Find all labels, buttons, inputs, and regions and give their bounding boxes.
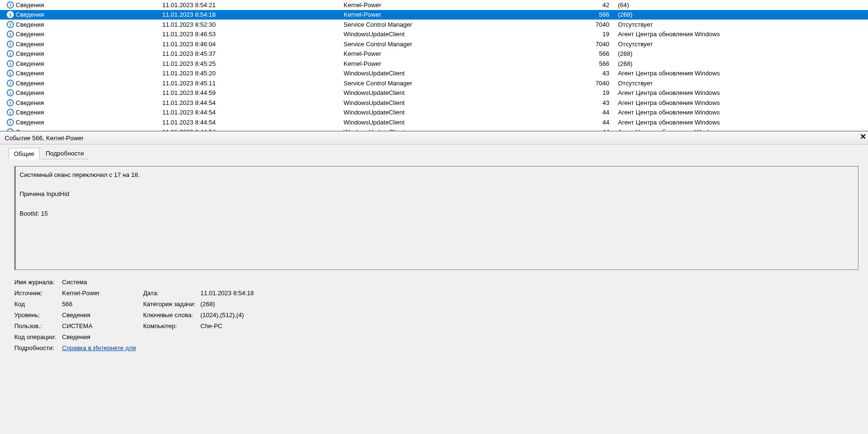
cell-eventid: 566 [585, 50, 613, 57]
cell-level: Сведения [16, 70, 44, 77]
table-row[interactable]: iСведения11.01.2023 8:44:54WindowsUpdate… [0, 127, 868, 132]
info-icon: i [7, 50, 14, 57]
value-moreinfo: Справка в Интернете для [62, 344, 320, 351]
label-computer: Компьютер: [143, 322, 200, 330]
cell-eventid: 566 [585, 60, 613, 67]
table-row[interactable]: iСведения11.01.2023 8:54:18Kernel-Power5… [0, 10, 868, 20]
label-level: Уровень: [14, 311, 62, 319]
tab-general[interactable]: Общие [9, 148, 40, 160]
cell-date: 11.01.2023 8:45:37 [162, 50, 344, 57]
cell-level: Сведения [16, 1, 44, 9]
cell-category: Отсутствует [613, 80, 868, 87]
cell-category: (268) [613, 11, 868, 18]
table-row[interactable]: iСведения11.01.2023 8:45:20WindowsUpdate… [0, 69, 868, 79]
label-log: Имя журнала: [14, 279, 62, 286]
info-icon: i [7, 21, 14, 28]
cell-date: 11.01.2023 8:46:04 [162, 41, 344, 48]
table-row[interactable]: iСведения11.01.2023 8:45:25Kernel-Power5… [0, 59, 868, 69]
table-row[interactable]: iСведения11.01.2023 8:52:30Service Contr… [0, 20, 868, 30]
cell-date: 11.01.2023 8:45:25 [162, 60, 344, 67]
cell-source: WindowsUpdateClient [344, 70, 585, 77]
value-keywords: (1024),(512),(4) [200, 311, 320, 319]
cell-level: Сведения [16, 31, 44, 38]
cell-level: Сведения [16, 11, 44, 18]
cell-category: Агент Центра обновления Windows [613, 31, 868, 38]
cell-date: 11.01.2023 8:45:11 [162, 80, 344, 87]
cell-source: WindowsUpdateClient [344, 31, 585, 38]
details-pane: Событие 566, Kernel-Power ✕ Общие Подроб… [0, 132, 868, 434]
tab-details[interactable]: Подробности [41, 147, 89, 159]
table-row[interactable]: iСведения11.01.2023 8:54:21Kernel-Power4… [0, 0, 868, 10]
value-log: Система [62, 279, 320, 286]
cell-source: WindowsUpdateClient [344, 119, 585, 126]
cell-level: Сведения [16, 128, 44, 132]
help-link[interactable]: Справка в Интернете для [62, 344, 136, 351]
table-row[interactable]: iСведения11.01.2023 8:45:11Service Contr… [0, 78, 868, 88]
cell-category: (64) [613, 1, 868, 9]
cell-eventid: 19 [585, 89, 613, 96]
cell-source: WindowsUpdateClient [344, 89, 585, 96]
cell-source: Service Control Manager [344, 41, 585, 48]
cell-eventid: 43 [585, 99, 613, 106]
cell-eventid: 566 [585, 11, 613, 18]
table-row[interactable]: iСведения11.01.2023 8:46:53WindowsUpdate… [0, 30, 868, 40]
cell-date: 11.01.2023 8:44:54 [162, 109, 344, 116]
cell-category: Агент Центра обновления Windows [613, 119, 868, 126]
cell-eventid: 7040 [585, 41, 613, 48]
cell-level: Сведения [16, 21, 44, 28]
cell-date: 11.01.2023 8:52:30 [162, 21, 344, 28]
info-icon: i [7, 99, 14, 106]
table-row[interactable]: iСведения11.01.2023 8:44:54WindowsUpdate… [0, 108, 868, 118]
cell-eventid: 44 [585, 109, 613, 116]
info-icon: i [7, 1, 14, 9]
cell-category: Агент Центра обновления Windows [613, 70, 868, 77]
table-row[interactable]: iСведения11.01.2023 8:46:04Service Contr… [0, 39, 868, 49]
label-source: Источник: [14, 289, 62, 297]
table-row[interactable]: iСведения11.01.2023 8:44:54WindowsUpdate… [0, 117, 868, 127]
info-icon: i [7, 70, 14, 77]
info-icon: i [7, 109, 14, 116]
close-icon[interactable]: ✕ [860, 133, 866, 141]
cell-level: Сведения [16, 89, 44, 96]
table-row[interactable]: iСведения11.01.2023 8:45:37Kernel-Power5… [0, 49, 868, 59]
info-icon: i [7, 31, 14, 38]
cell-level: Сведения [16, 60, 44, 67]
info-icon: i [7, 89, 14, 96]
cell-level: Сведения [16, 109, 44, 116]
cell-level: Сведения [16, 119, 44, 126]
value-computer: Che-PC [200, 322, 320, 330]
cell-date: 11.01.2023 8:44:59 [162, 89, 344, 96]
cell-category: Отсутствует [613, 41, 868, 48]
details-tabs: Общие Подробности [0, 145, 868, 159]
cell-eventid: 44 [585, 128, 613, 132]
cell-source: Service Control Manager [344, 80, 585, 87]
label-date: Дата: [143, 289, 200, 297]
table-row[interactable]: iСведения11.01.2023 8:44:59WindowsUpdate… [0, 88, 868, 98]
label-user: Пользов.: [14, 322, 62, 330]
info-icon: i [7, 41, 14, 48]
value-eventid: 566 [62, 300, 143, 308]
cell-category: Агент Центра обновления Windows [613, 128, 868, 132]
cell-level: Сведения [16, 41, 44, 48]
cell-date: 11.01.2023 8:46:53 [162, 31, 344, 38]
table-row[interactable]: iСведения11.01.2023 8:44:54WindowsUpdate… [0, 98, 868, 108]
info-icon: i [7, 119, 14, 126]
cell-level: Сведения [16, 50, 44, 57]
value-user: СИСТЕМА [62, 322, 143, 330]
event-description: Системный сеанс переключил с 17 на 18. П… [14, 166, 858, 270]
event-grid[interactable]: iСведения11.01.2023 8:54:21Kernel-Power4… [0, 0, 868, 132]
cell-date: 11.01.2023 8:44:54 [162, 119, 344, 126]
cell-source: WindowsUpdateClient [344, 128, 585, 132]
cell-category: Агент Центра обновления Windows [613, 99, 868, 106]
cell-date: 11.01.2023 8:54:18 [162, 11, 344, 18]
info-icon: i [7, 11, 14, 18]
cell-category: Агент Центра обновления Windows [613, 109, 868, 116]
cell-eventid: 19 [585, 31, 613, 38]
cell-category: Агент Центра обновления Windows [613, 89, 868, 96]
label-taskcat: Категория задачи: [143, 300, 200, 308]
cell-source: WindowsUpdateClient [344, 109, 585, 116]
cell-date: 11.01.2023 8:44:54 [162, 128, 344, 132]
tab-general-pane: Системный сеанс переключил с 17 на 18. П… [0, 159, 868, 434]
cell-category: Отсутствует [613, 21, 868, 28]
value-opcode: Сведения [62, 333, 320, 341]
